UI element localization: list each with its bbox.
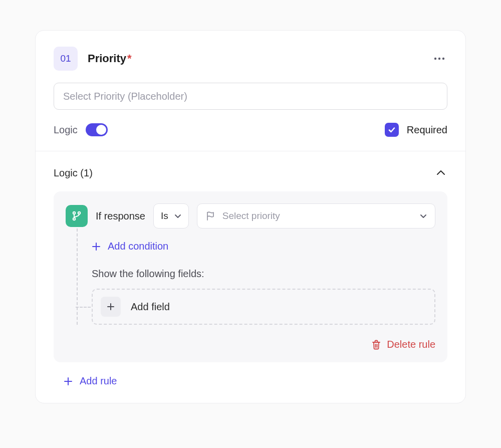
- more-options-button[interactable]: [431, 51, 447, 67]
- priority-placeholder-text: Select Priority (Placeholder): [63, 91, 187, 102]
- svg-point-1: [438, 58, 440, 60]
- delete-rule-label: Delete rule: [387, 339, 435, 350]
- rule-body: Add condition Show the following fields:…: [77, 229, 435, 325]
- add-field-container: Add field: [77, 289, 435, 325]
- toggle-knob: [96, 125, 106, 135]
- field-header-row: 01 Priority*: [54, 47, 447, 71]
- operator-select[interactable]: Is: [153, 203, 189, 229]
- git-branch-icon: [71, 210, 82, 221]
- add-condition-button[interactable]: Add condition: [92, 241, 435, 252]
- show-fields-label: Show the following fields:: [92, 268, 435, 280]
- collapse-button[interactable]: [434, 166, 447, 179]
- delete-row: Delete rule: [66, 339, 435, 350]
- branch-icon-container: [66, 205, 88, 227]
- operator-value: Is: [161, 210, 168, 221]
- svg-point-0: [434, 58, 436, 60]
- logic-section: Logic (1) If response Is: [36, 151, 465, 403]
- plus-icon: [92, 242, 101, 251]
- check-icon: [388, 126, 396, 134]
- trash-icon: [372, 340, 381, 350]
- required-control-group: Required: [385, 123, 447, 137]
- logic-section-title: Logic (1): [54, 167, 93, 179]
- flag-icon: [205, 211, 215, 221]
- add-rule-label: Add rule: [80, 375, 117, 387]
- logic-control-group: Logic: [54, 123, 108, 136]
- priority-select-input[interactable]: Select Priority (Placeholder): [54, 83, 447, 110]
- svg-point-2: [442, 58, 444, 60]
- add-field-button[interactable]: Add field: [92, 289, 435, 325]
- add-condition-label: Add condition: [108, 241, 168, 252]
- delete-rule-button[interactable]: Delete rule: [372, 339, 435, 350]
- add-rule-button[interactable]: Add rule: [54, 375, 447, 387]
- required-checkbox[interactable]: [385, 123, 399, 137]
- required-control-label: Required: [407, 124, 447, 136]
- if-response-label: If response: [96, 210, 145, 222]
- condition-value-placeholder: Select priority: [222, 210, 280, 221]
- card-top: 01 Priority* Select Priority (Placeholde…: [36, 31, 465, 151]
- logic-section-header: Logic (1): [54, 166, 447, 179]
- condition-value-left: Select priority: [205, 210, 280, 221]
- condition-value-select[interactable]: Select priority: [197, 203, 435, 229]
- controls-row: Logic Required: [54, 123, 447, 137]
- rule-card: If response Is Select priority Add cond: [54, 191, 447, 362]
- chevron-down-icon: [420, 214, 427, 218]
- tree-connector: [76, 307, 91, 308]
- field-index-badge: 01: [54, 47, 78, 71]
- condition-row: If response Is Select priority: [66, 203, 435, 229]
- plus-icon: [64, 377, 73, 386]
- field-title: Priority: [88, 52, 126, 65]
- chevron-up-icon: [436, 170, 445, 175]
- field-title-wrap: Priority*: [88, 52, 132, 65]
- add-field-label: Add field: [131, 301, 170, 313]
- field-card: 01 Priority* Select Priority (Placeholde…: [35, 30, 466, 403]
- field-header-left: 01 Priority*: [54, 47, 132, 71]
- plus-icon: [106, 302, 115, 311]
- logic-toggle[interactable]: [86, 123, 108, 136]
- chevron-down-icon: [174, 214, 181, 218]
- more-horizontal-icon: [434, 57, 445, 60]
- logic-control-label: Logic: [54, 124, 78, 136]
- required-star: *: [127, 52, 132, 65]
- add-field-plus-box: [101, 297, 121, 317]
